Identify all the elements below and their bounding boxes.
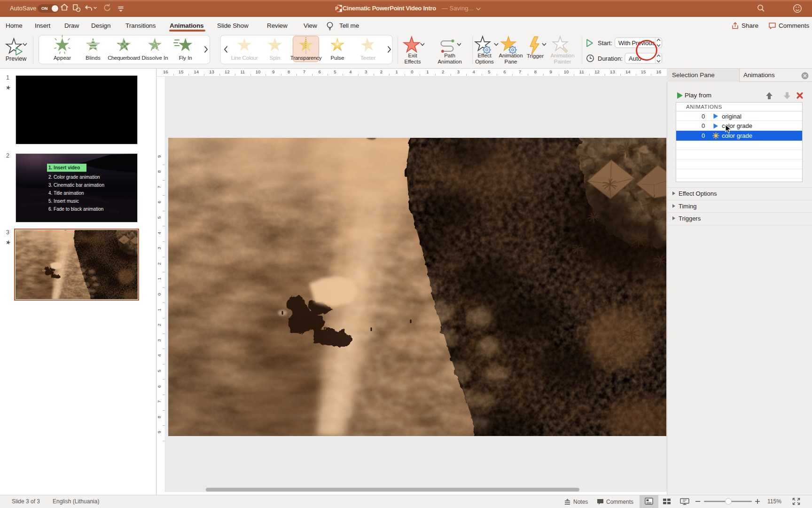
- svg-text:With Previous: With Previous: [618, 40, 655, 47]
- svg-text:Blinds: Blinds: [86, 55, 101, 61]
- svg-text:Animation: Animation: [437, 59, 461, 64]
- svg-text:Pane: Pane: [505, 59, 517, 64]
- svg-text:Fly In: Fly In: [179, 55, 192, 61]
- svg-text:Animation: Animation: [499, 53, 523, 58]
- svg-text:Path: Path: [444, 53, 455, 58]
- svg-text:Spin: Spin: [269, 55, 280, 61]
- svg-text:Effects: Effects: [405, 59, 421, 64]
- svg-text:Dissolve In: Dissolve In: [141, 55, 168, 61]
- svg-text:Teeter: Teeter: [360, 55, 375, 61]
- svg-text:Painter: Painter: [554, 59, 571, 64]
- svg-text:Transparency: Transparency: [290, 55, 322, 61]
- svg-text:Start:: Start:: [598, 40, 612, 47]
- svg-text:Options: Options: [475, 59, 494, 64]
- svg-text:Exit: Exit: [408, 53, 417, 58]
- svg-text:Appear: Appear: [54, 55, 71, 61]
- svg-text:Auto: Auto: [629, 55, 641, 62]
- svg-text:Line Colour: Line Colour: [231, 55, 258, 61]
- svg-text:P: P: [336, 6, 339, 11]
- svg-text:Trigger: Trigger: [527, 53, 544, 59]
- svg-text:Duration:: Duration:: [598, 55, 623, 62]
- svg-text:Preview: Preview: [6, 56, 27, 62]
- svg-text:Animation: Animation: [550, 53, 574, 58]
- svg-text:Chequerboard: Chequerboard: [108, 55, 140, 61]
- svg-text:Pulse: Pulse: [331, 55, 344, 61]
- svg-text:Effect: Effect: [477, 53, 492, 58]
